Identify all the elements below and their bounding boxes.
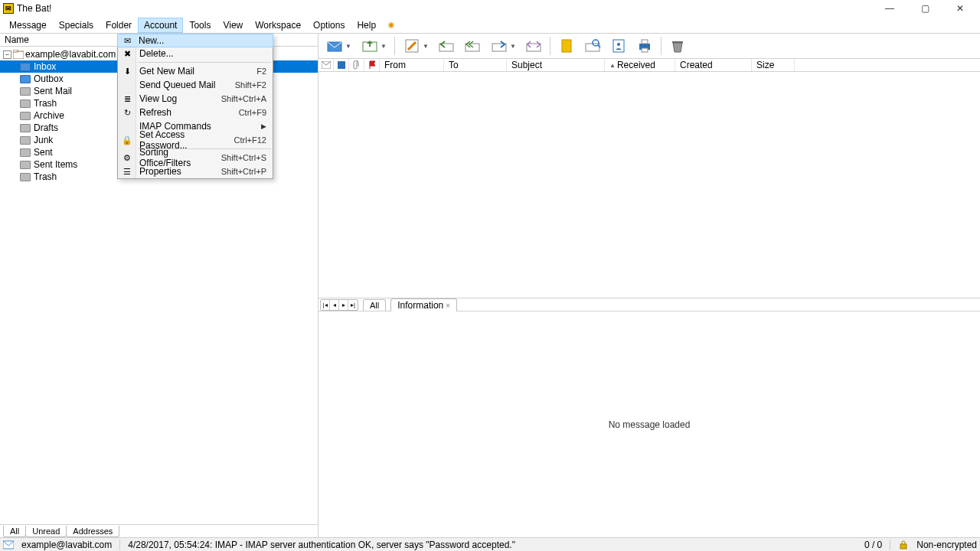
menu-tools[interactable]: Tools	[183, 18, 217, 33]
menu-view[interactable]: View	[217, 18, 249, 33]
menu-item-new[interactable]: ✉New...	[117, 34, 273, 47]
lock-icon: 🔒	[121, 134, 133, 146]
menu-item-send-queued-mail[interactable]: Send Queued MailShift+F2	[118, 78, 273, 92]
new-icon: ✉	[121, 34, 133, 47]
svg-rect-21	[900, 544, 906, 549]
close-icon[interactable]: ×	[446, 302, 450, 310]
tab-all[interactable]: All	[3, 526, 26, 537]
account-label: example@lavabit.com	[25, 49, 116, 60]
status-account: example@lavabit.com	[21, 540, 112, 550]
trash-icon	[20, 99, 31, 108]
preview-pane: No message loaded	[318, 311, 980, 537]
col-status-icon[interactable]	[334, 59, 349, 71]
col-size[interactable]: Size	[752, 59, 795, 71]
menu-item-refresh[interactable]: ↻RefreshCtrl+F9	[118, 106, 273, 119]
submenu-arrow-icon: ▶	[261, 122, 266, 130]
inbox-icon	[20, 63, 31, 71]
preview-tab-information[interactable]: Information×	[390, 298, 457, 311]
preview-empty-text: No message loaded	[609, 419, 691, 430]
nav-prev-button[interactable]: ◂	[330, 300, 339, 310]
menubar: Message Specials Folder Account Tools Vi…	[0, 17, 980, 34]
sort-asc-icon: ▲	[609, 62, 616, 69]
folder-icon	[20, 87, 31, 96]
maximize-button[interactable]: ▢	[914, 1, 936, 16]
menu-account[interactable]: Account	[138, 18, 183, 33]
folder-icon	[20, 112, 31, 120]
status-log: 4/28/2017, 05:54:24: IMAP - IMAP server …	[128, 540, 515, 550]
menu-item-sorting-office-filters[interactable]: ⚙Sorting Office/FiltersShift+Ctrl+S	[118, 151, 273, 165]
col-created[interactable]: Created	[675, 59, 752, 71]
filters-icon: ⚙	[121, 152, 133, 164]
folder-icon	[20, 124, 31, 132]
trash-icon	[20, 173, 31, 181]
log-icon: ≣	[121, 93, 133, 105]
status-counter: 0 / 0	[864, 540, 882, 550]
menu-item-set-access-password[interactable]: 🔒Set Access Password...Ctrl+F12	[118, 133, 273, 147]
nav-next-button[interactable]: ▸	[339, 300, 348, 310]
status-encryption: Non-encrypted	[916, 540, 977, 550]
account-dropdown: ✉New...✖Delete...⬇Get New MailF2Send Que…	[117, 34, 273, 179]
svg-rect-19	[338, 61, 345, 69]
col-attachment-icon[interactable]	[349, 59, 364, 71]
menu-item-delete[interactable]: ✖Delete...	[118, 47, 273, 60]
refresh-icon: ↻	[121, 106, 133, 119]
col-envelope-icon[interactable]	[318, 59, 334, 71]
statusbar: example@lavabit.com 4/28/2017, 05:54:24:…	[0, 537, 980, 551]
menu-help[interactable]: Help	[351, 18, 382, 33]
col-subject[interactable]: Subject	[507, 59, 605, 71]
close-button[interactable]: ✕	[949, 1, 971, 16]
folder-icon	[20, 161, 31, 169]
tree-toggle-icon[interactable]: −	[3, 51, 11, 59]
preview-nav: |◂ ◂ ▸ ▸|	[320, 299, 358, 311]
message-list[interactable]	[318, 72, 980, 298]
menu-item-get-new-mail[interactable]: ⬇Get New MailF2	[118, 64, 273, 78]
blank-icon	[121, 79, 133, 91]
outbox-icon	[20, 75, 31, 83]
message-list-header: From To Subject ▲Received Created Size	[318, 59, 980, 72]
col-flag-icon[interactable]	[364, 59, 380, 71]
window-title: The Bat!	[17, 3, 879, 14]
tab-addresses[interactable]: Addresses	[66, 526, 119, 537]
sidebar-tabs: All Unread Addresses	[0, 524, 318, 537]
folder-icon	[20, 136, 31, 145]
col-received[interactable]: ▲Received	[605, 59, 675, 71]
nav-last-button[interactable]: ▸|	[348, 300, 358, 310]
col-to[interactable]: To	[444, 59, 507, 71]
app-icon: ✉	[3, 3, 14, 14]
menu-workspace[interactable]: Workspace	[249, 18, 307, 33]
gear-icon[interactable]: ✷	[385, 19, 397, 31]
menu-item-properties[interactable]: ☰PropertiesShift+Ctrl+P	[118, 165, 273, 178]
delete-icon: ✖	[121, 47, 133, 60]
lock-icon	[898, 540, 909, 549]
titlebar: ✉ The Bat! — ▢ ✕	[0, 0, 980, 17]
props-icon: ☰	[121, 165, 133, 178]
preview-tab-all[interactable]: All	[363, 299, 386, 311]
menu-options[interactable]: Options	[307, 18, 351, 33]
menu-item-view-log[interactable]: ≣View LogShift+Ctrl+A	[118, 92, 273, 106]
account-icon	[3, 540, 14, 549]
get-icon: ⬇	[121, 65, 133, 77]
menu-message[interactable]: Message	[3, 18, 53, 33]
preview-tabs: |◂ ◂ ▸ ▸| All Information×	[318, 298, 980, 311]
blank-icon	[121, 120, 133, 132]
svg-rect-17	[13, 50, 18, 52]
menu-specials[interactable]: Specials	[53, 18, 100, 33]
folder-icon	[20, 148, 31, 157]
minimize-button[interactable]: —	[879, 1, 900, 16]
nav-first-button[interactable]: |◂	[321, 300, 330, 310]
tab-unread[interactable]: Unread	[25, 526, 67, 537]
menu-folder[interactable]: Folder	[100, 18, 138, 33]
col-from[interactable]: From	[380, 59, 444, 71]
